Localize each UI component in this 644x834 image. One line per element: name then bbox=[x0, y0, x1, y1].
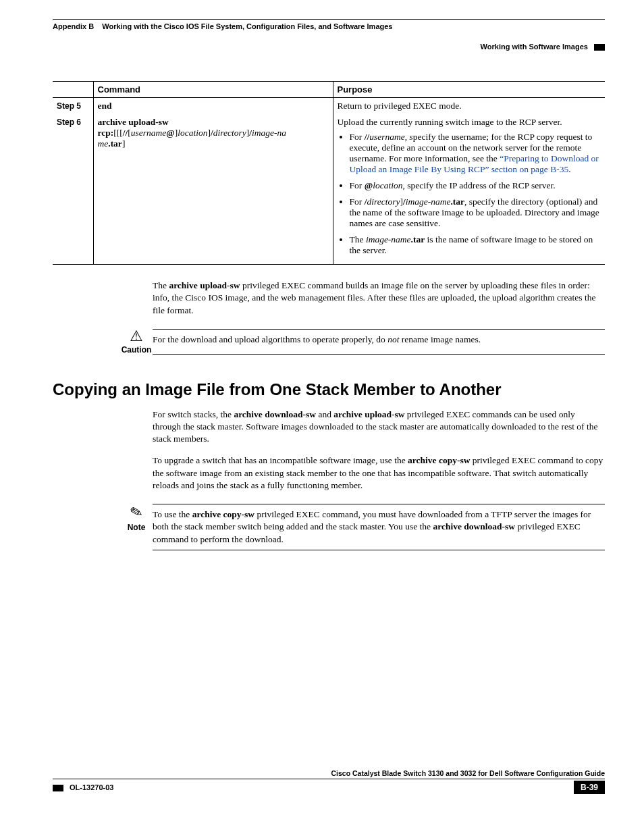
caution-icon: ⚠ bbox=[120, 329, 153, 344]
command-cell: end bbox=[93, 98, 333, 115]
section-heading: Copying an Image File from One Stack Mem… bbox=[53, 380, 605, 399]
caution-callout: ⚠ Caution For the download and upload al… bbox=[120, 329, 605, 355]
section-header: Working with Software Images bbox=[53, 43, 605, 51]
note-text: To use the archive copy-sw privileged EX… bbox=[153, 504, 605, 550]
table-row: Step 5 end Return to privileged EXEC mod… bbox=[53, 98, 605, 115]
purpose-cell: Upload the currently running switch imag… bbox=[333, 114, 605, 265]
th-command: Command bbox=[93, 82, 333, 98]
paragraph: The archive upload-sw privileged EXEC co… bbox=[153, 280, 605, 317]
table-row: Step 6 archive upload-swrcp:[[[//[userna… bbox=[53, 114, 605, 265]
note-icon: ✎ bbox=[128, 502, 144, 523]
step-label: Step 5 bbox=[57, 101, 81, 111]
header-rule bbox=[53, 19, 605, 20]
appendix-label: Appendix B bbox=[53, 22, 94, 30]
paragraph: For switch stacks, the archive download-… bbox=[153, 409, 605, 446]
note-label: Note bbox=[120, 523, 153, 532]
paragraph: To upgrade a switch that has an incompat… bbox=[153, 454, 605, 492]
caution-text: For the download and upload algorithms t… bbox=[153, 329, 605, 355]
page-number: B-39 bbox=[574, 781, 605, 794]
footer-guide-title: Cisco Catalyst Blade Switch 3130 and 303… bbox=[53, 769, 605, 779]
th-blank bbox=[53, 82, 93, 98]
page-footer: Cisco Catalyst Blade Switch 3130 and 303… bbox=[53, 769, 605, 794]
section-header-text: Working with Software Images bbox=[481, 43, 588, 51]
purpose-cell: Return to privileged EXEC mode. bbox=[333, 98, 605, 115]
note-callout: ✎ Note To use the archive copy-sw privil… bbox=[120, 504, 605, 550]
footer-marker bbox=[53, 785, 63, 791]
running-header: Appendix B Working with the Cisco IOS Fi… bbox=[53, 22, 605, 30]
appendix-title: Working with the Cisco IOS File System, … bbox=[102, 22, 392, 30]
command-table: Command Purpose Step 5 end Return to pri… bbox=[53, 81, 605, 265]
caution-label: Caution bbox=[120, 345, 153, 355]
step-label: Step 6 bbox=[57, 118, 81, 127]
footer-doc-id: OL-13270-03 bbox=[70, 783, 113, 791]
command-cell: archive upload-swrcp:[[[//[username@]loc… bbox=[93, 114, 333, 265]
th-purpose: Purpose bbox=[333, 82, 605, 98]
header-marker bbox=[594, 44, 605, 51]
